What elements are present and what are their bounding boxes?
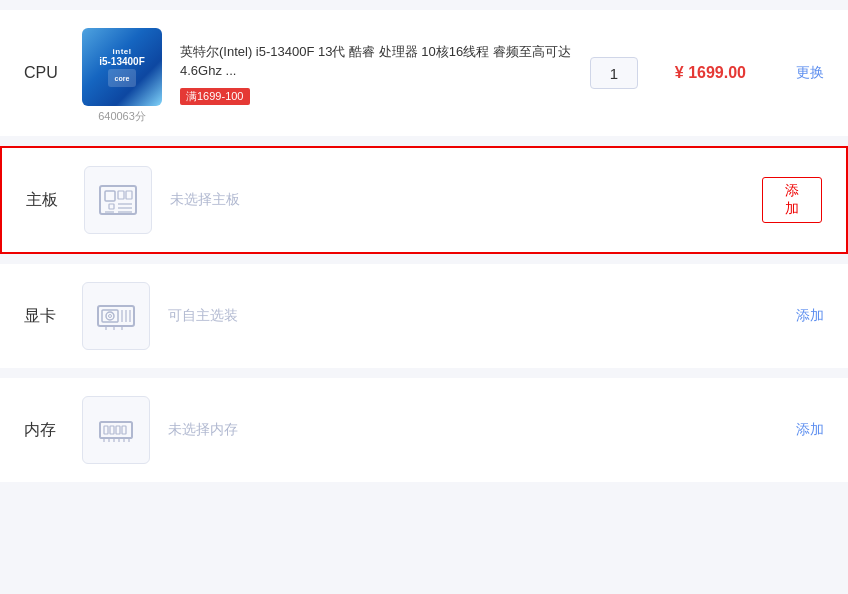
ram-empty-text: 未选择内存 <box>168 421 746 439</box>
cpu-change-button[interactable]: 更换 <box>796 64 824 82</box>
cpu-brand: intel <box>113 47 132 56</box>
cpu-core-box: core <box>108 69 136 87</box>
cpu-price: ¥ 1699.00 <box>656 64 746 82</box>
cpu-info: 英特尔(Intel) i5-13400F 13代 酷睿 处理器 10核16线程 … <box>180 42 572 105</box>
gpu-row: 显卡 可自主选装 添加 <box>0 264 848 368</box>
mainboard-action: 添加 <box>762 177 822 223</box>
svg-rect-3 <box>118 191 124 199</box>
ram-row: 内存 未选择内存 添加 <box>0 378 848 482</box>
configurator-container: CPU intel i5-13400F core 640063分 英特尔(Int… <box>0 0 848 502</box>
mainboard-empty-text: 未选择主板 <box>170 191 744 209</box>
ram-icon <box>94 408 138 452</box>
cpu-image: intel i5-13400F core <box>82 28 162 106</box>
gpu-add-button[interactable]: 添加 <box>796 307 824 325</box>
svg-rect-4 <box>126 191 132 199</box>
svg-rect-1 <box>105 191 115 201</box>
mainboard-row: 主板 未选择主板 添加 <box>0 146 848 254</box>
mainboard-label: 主板 <box>26 190 66 211</box>
mainboard-add-button[interactable]: 添加 <box>762 177 822 223</box>
cpu-action: 更换 <box>764 64 824 82</box>
ram-action: 添加 <box>764 421 824 439</box>
svg-rect-24 <box>122 426 126 434</box>
mainboard-icon <box>96 178 140 222</box>
gpu-info: 可自主选装 <box>168 307 746 325</box>
cpu-tag: 满1699-100 <box>180 88 250 105</box>
cpu-label: CPU <box>24 64 64 82</box>
ram-add-button[interactable]: 添加 <box>796 421 824 439</box>
cpu-model-text: i5-13400F <box>99 56 145 67</box>
gpu-label: 显卡 <box>24 306 64 327</box>
gpu-icon-box <box>82 282 150 350</box>
svg-rect-22 <box>110 426 114 434</box>
ram-label: 内存 <box>24 420 64 441</box>
gpu-empty-text: 可自主选装 <box>168 307 746 325</box>
cpu-score: 640063分 <box>82 109 162 124</box>
svg-rect-2 <box>109 204 114 209</box>
ram-info: 未选择内存 <box>168 421 746 439</box>
cpu-name: 英特尔(Intel) i5-13400F 13代 酷睿 处理器 10核16线程 … <box>180 42 572 81</box>
mainboard-info: 未选择主板 <box>170 191 744 209</box>
svg-rect-21 <box>104 426 108 434</box>
svg-rect-9 <box>98 306 134 326</box>
svg-rect-23 <box>116 426 120 434</box>
gpu-icon <box>94 294 138 338</box>
cpu-qty: 1 <box>590 57 638 89</box>
cpu-core-text: core <box>115 75 130 82</box>
mainboard-icon-box <box>84 166 152 234</box>
svg-point-11 <box>106 312 114 320</box>
cpu-image-box: intel i5-13400F core 640063分 <box>82 28 162 118</box>
cpu-row: CPU intel i5-13400F core 640063分 英特尔(Int… <box>0 10 848 136</box>
svg-point-12 <box>109 315 112 318</box>
gpu-action: 添加 <box>764 307 824 325</box>
ram-icon-box <box>82 396 150 464</box>
